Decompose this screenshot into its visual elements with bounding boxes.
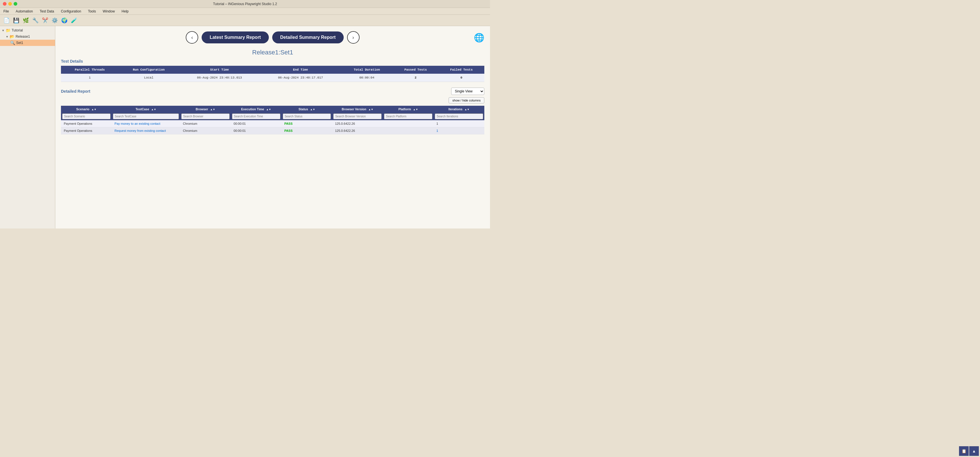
save-icon: 💾 [13, 17, 19, 24]
globe-icon: 🌐 [474, 33, 484, 43]
th-parallel-threads: Parallel Threads [61, 66, 119, 74]
search-browser-cell [180, 113, 231, 120]
toolbar-new[interactable]: 📄 [2, 16, 11, 25]
maximize-button[interactable] [14, 2, 17, 6]
detailed-summary-button[interactable]: Detailed Summary Report [272, 32, 344, 43]
cell-browser-version-2: 125.0.6422.26 [332, 127, 383, 134]
sidebar-item-release1[interactable]: ▼ 📂 Release1 [0, 33, 55, 40]
search-platform-input[interactable] [384, 113, 433, 119]
toolbar-save[interactable]: 💾 [12, 16, 21, 25]
sort-icon: ▲▼ [210, 108, 215, 111]
table-row: 1 Local 06-Aug-2024 23:40:13.013 06-Aug-… [61, 74, 484, 82]
report-table: Scenario ▲▼ TestCase ▲▼ Browser ▲▼ Execu… [61, 106, 484, 134]
crop-icon: ✂️ [42, 17, 48, 24]
th-browser-version: Browser Version ▲▼ [332, 106, 383, 113]
search-status-input[interactable] [283, 113, 331, 119]
window-title: Tutorial – INGenious Playwright Studio 1… [213, 2, 277, 6]
toolbar-record[interactable]: 🔧 [31, 16, 40, 25]
testcase-link-2[interactable]: Request money from existing contact [115, 129, 166, 132]
cell-platform-1 [383, 120, 434, 127]
search-browser-input[interactable] [181, 113, 230, 119]
menu-automation[interactable]: Automation [14, 9, 34, 14]
show-hide-container: show / hide columns [61, 97, 484, 103]
th-end-time: End Time [260, 66, 341, 74]
cell-scenario-1: Payment Operations [61, 120, 112, 127]
search-testcase-input[interactable] [113, 113, 179, 119]
search-execution-time-input[interactable] [232, 113, 280, 119]
search-scenario-cell [61, 113, 112, 120]
cell-status-1: PASS [282, 120, 332, 127]
web-icon: 🌍 [61, 17, 67, 24]
test-details-table: Parallel Threads Run Configuration Start… [61, 66, 484, 82]
sidebar-label-release1: Release1 [16, 35, 30, 38]
td-run-configuration: Local [119, 74, 179, 82]
th-scenario: Scenario ▲▼ [61, 106, 112, 113]
report-header-row: Scenario ▲▼ TestCase ▲▼ Browser ▲▼ Execu… [61, 106, 484, 113]
td-total-duration: 00:00:04 [341, 74, 393, 82]
search-icon: 🔍 [10, 41, 15, 45]
menu-file[interactable]: File [2, 9, 10, 14]
th-iterations: Iterations ▲▼ [434, 106, 484, 113]
view-select[interactable]: Single View Compare View [451, 87, 484, 95]
sort-icon: ▲▼ [266, 108, 271, 111]
toolbar-settings[interactable]: ⚙️ [51, 16, 59, 25]
cell-iterations-2: 1 [434, 127, 484, 134]
next-button[interactable]: › [347, 31, 360, 44]
record-icon: 🔧 [32, 17, 38, 24]
th-status: Status ▲▼ [282, 106, 332, 113]
th-run-configuration: Run Configuration [119, 66, 179, 74]
folder-icon: 📁 [6, 28, 11, 33]
sidebar-item-tutorial[interactable]: ▼ 📁 Tutorial [0, 27, 55, 33]
branch-icon: 🌿 [23, 17, 29, 24]
toolbar-crop[interactable]: ✂️ [41, 16, 49, 25]
toolbar-run[interactable]: 🧪 [70, 16, 78, 25]
toolbar: 📄 💾 🌿 🔧 ✂️ ⚙️ 🌍 🧪 [0, 15, 490, 26]
prev-icon: ‹ [191, 35, 193, 41]
sort-icon: ▲▼ [151, 108, 156, 111]
th-passed-tests: Passed Tests [393, 66, 439, 74]
close-button[interactable] [3, 2, 6, 6]
menu-tools[interactable]: Tools [87, 9, 97, 14]
test-details-title: Test Details [61, 59, 484, 63]
toolbar-web[interactable]: 🌍 [60, 16, 68, 25]
detailed-report-header: Detailed Report Single View Compare View [61, 87, 484, 95]
prev-button[interactable]: ‹ [186, 31, 198, 44]
report-search-row [61, 113, 484, 120]
menu-help[interactable]: Help [121, 9, 130, 14]
td-end-time: 06-Aug-2024 23:40:17.017 [260, 74, 341, 82]
sort-icon: ▲▼ [465, 108, 469, 111]
search-scenario-input[interactable] [62, 113, 111, 119]
cell-execution-time-1: 00:00:01 [231, 120, 282, 127]
search-browser-version-cell [332, 113, 383, 120]
cell-testcase-1: Pay money to an existing contact [112, 120, 180, 127]
cell-scenario-2: Payment Operations [61, 127, 112, 134]
minimize-button[interactable] [8, 2, 12, 6]
sidebar: ▼ 📁 Tutorial ▼ 📂 Release1 🔍 Set1 [0, 26, 55, 228]
search-iterations-input[interactable] [435, 113, 483, 119]
search-browser-version-input[interactable] [333, 113, 382, 119]
td-start-time: 06-Aug-2024 23:40:13.013 [179, 74, 260, 82]
new-file-icon: 📄 [3, 17, 10, 24]
search-status-cell [282, 113, 332, 120]
latest-summary-button[interactable]: Latest Summary Report [202, 32, 269, 43]
menu-configuration[interactable]: Configuration [60, 9, 82, 14]
settings-icon: ⚙️ [52, 17, 58, 24]
search-testcase-cell [112, 113, 180, 120]
content-body: Release1:Set1 Test Details Parallel Thre… [55, 49, 490, 140]
cell-browser-1: Chromium [180, 120, 231, 127]
th-execution-time: Execution Time ▲▼ [231, 106, 282, 113]
table-header-row: Parallel Threads Run Configuration Start… [61, 66, 484, 74]
show-hide-columns-button[interactable]: show / hide columns [449, 97, 484, 103]
testcase-link-1[interactable]: Pay money to an existing contact [115, 122, 160, 125]
menu-window[interactable]: Window [102, 9, 116, 14]
toolbar-branch[interactable]: 🌿 [22, 16, 30, 25]
main-layout: ▼ 📁 Tutorial ▼ 📂 Release1 🔍 Set1 ‹ Lates… [0, 26, 490, 228]
run-icon: 🧪 [71, 17, 77, 24]
folder-open-icon: 📂 [10, 34, 14, 39]
sidebar-item-set1[interactable]: 🔍 Set1 [0, 40, 55, 46]
iterations-link-2[interactable]: 1 [436, 129, 438, 132]
arrow-icon: ▼ [6, 35, 8, 38]
td-parallel-threads: 1 [61, 74, 119, 82]
detailed-report-title: Detailed Report [61, 89, 90, 94]
menu-testdata[interactable]: Test Data [38, 9, 55, 14]
